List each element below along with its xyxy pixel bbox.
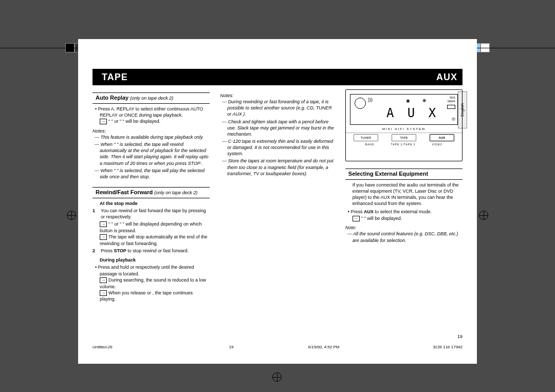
registration-mark-icon xyxy=(479,211,488,220)
section-rewind-title: Rewind/Fast Forward (only on tape deck 2… xyxy=(92,187,210,198)
header-bar: TAPE AUX xyxy=(92,69,462,85)
rewind-step3b: →When you release or , the tape continue… xyxy=(92,290,210,303)
clock-box-icon xyxy=(447,105,455,109)
tuner-button: TUNER xyxy=(354,134,378,141)
rewind-step1a: →" " or " " will be displayed depending … xyxy=(92,221,210,234)
title-subtitle: (only on tape deck 2) xyxy=(130,96,173,101)
select-ext-step: • Press AUX to select the external mode. xyxy=(353,209,462,215)
select-ext-note-label: Note: xyxy=(345,225,462,231)
auto-replay-step: • Press A. REPLAY to select either conti… xyxy=(100,106,210,118)
rewind-step2: Press STOP to stop rewind or fast forwar… xyxy=(101,248,210,254)
mid-notes-label: Notes: xyxy=(220,92,335,99)
rewind-h2: During playback xyxy=(100,257,210,263)
footer-partno: 3139 116 17942 xyxy=(370,345,462,349)
speaker-icon: ◉ xyxy=(406,98,410,104)
panel-buttons: TUNER TAPE AUX xyxy=(349,134,459,141)
device-panel-illustration: ))) ◉ ❋ RDS NEWS ◎ A U X MINI HIFI SYSTE… xyxy=(345,89,462,161)
rewind-h1: At the stop mode xyxy=(100,200,210,207)
header-left: TAPE xyxy=(102,72,128,83)
section-auto-replay-title: Auto Replay (only on tape deck 2) xyxy=(92,92,210,104)
rewind-step1: You can rewind or fast forward the tape … xyxy=(101,208,210,220)
select-ext-display: →" " will be displayed. xyxy=(345,215,462,222)
mid-notes: — During rewinding or fast forwarding of… xyxy=(220,99,335,177)
title-text: Rewind/Fast Forward xyxy=(96,189,153,195)
disc-small-icon: ◎ xyxy=(452,117,455,122)
page: TAPE AUX Auto Replay (only on tape deck … xyxy=(78,39,477,364)
section-select-external-title: Selecting External Equipment xyxy=(345,169,462,180)
registration-mark-icon xyxy=(272,372,282,382)
rewind-step3: • Press and hold or respectively until t… xyxy=(100,264,210,276)
lcd-rds: RDS xyxy=(450,96,455,100)
auto-replay-display: →" " or " " will be displayed. xyxy=(92,118,210,125)
lcd-display: ))) ◉ ❋ RDS NEWS ◎ A U X xyxy=(350,94,458,125)
rewind-step1b: →The tape will stop automatically at the… xyxy=(92,234,210,247)
panel-button-labels: BAND TAPE 1/TAPE 2 VIDEO xyxy=(349,143,459,146)
waves-icon: ))) xyxy=(368,97,373,103)
page-number: 19 xyxy=(457,334,462,339)
select-ext-note: — All the sound control features (e.g. D… xyxy=(345,231,462,243)
notes-label: Notes: xyxy=(92,128,210,134)
registration-mark-icon xyxy=(67,211,76,220)
header-right: AUX xyxy=(436,72,457,83)
auto-replay-notes: — This feature is available during tape … xyxy=(92,134,210,180)
column-left: Auto Replay (only on tape deck 2) • Pres… xyxy=(92,89,210,303)
footer-docname: Untitled-26 xyxy=(92,345,185,349)
lcd-news: NEWS xyxy=(448,100,455,103)
cd-icon xyxy=(355,98,366,109)
footer: Untitled-26 19 6/15/00, 4:52 PM 3139 116… xyxy=(92,345,462,349)
tape-button: TAPE xyxy=(392,134,416,141)
title-text: Selecting External Equipment xyxy=(348,171,428,177)
column-right: English ))) ◉ ❋ RDS NEWS ◎ A U X MINI HI… xyxy=(345,89,462,303)
column-mid: Notes: — During rewinding or fast forwar… xyxy=(220,89,335,303)
lcd-aux-text: A U X xyxy=(386,105,439,121)
footer-datetime: 6/15/00, 4:52 PM xyxy=(278,345,370,349)
select-ext-p1: If you have connected the audio out term… xyxy=(353,182,462,207)
panel-model-label: MINI HIFI SYSTEM xyxy=(349,127,459,131)
fan-icon: ❋ xyxy=(422,98,427,104)
title-subtitle: (only on tape deck 2) xyxy=(154,190,197,195)
footer-page: 19 xyxy=(185,345,278,349)
aux-button: AUX xyxy=(430,134,454,141)
title-text: Auto Replay xyxy=(96,95,128,101)
rewind-step3a: →During searching, the sound is reduced … xyxy=(92,277,210,290)
